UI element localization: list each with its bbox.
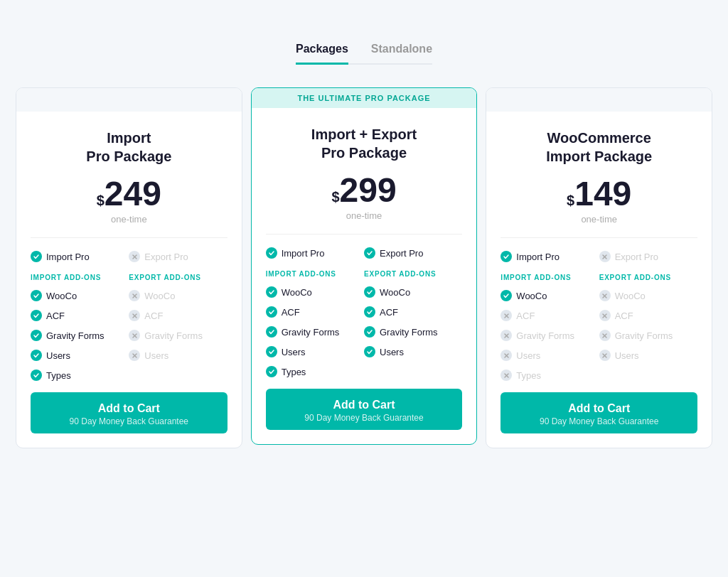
price-dollar: $ xyxy=(97,193,105,209)
feature-left: Users xyxy=(31,347,129,364)
btn-main-text: Add to Cart xyxy=(333,399,395,411)
check-icon xyxy=(364,286,375,298)
check-icon xyxy=(266,306,277,318)
export-label: EXPORT ADD-ONS xyxy=(129,268,227,284)
feature-left: ACF xyxy=(266,303,364,320)
x-icon xyxy=(599,330,611,341)
x-icon xyxy=(500,350,512,361)
feature-right: WooCo xyxy=(364,284,462,301)
x-icon xyxy=(500,330,512,341)
feature-pair: WooCo WooCo xyxy=(500,287,697,304)
card-title: ImportPro Package xyxy=(31,129,228,166)
card-body: WooCommerceImport Package $ 149 one-time… xyxy=(486,112,712,448)
feature-export-pro: Export Pro xyxy=(599,248,697,265)
card-import-pro: ImportPro Package $ 249 one-time Import … xyxy=(16,87,242,448)
check-icon xyxy=(31,370,42,381)
feature-import-pro: Import Pro xyxy=(266,244,364,261)
btn-sub-text: 90 Day Money Back Guarantee xyxy=(70,416,188,426)
x-icon xyxy=(129,290,140,301)
price-row: $ 149 xyxy=(500,177,697,211)
featured-badge: THE ULTIMATE PRO PACKAGE xyxy=(252,88,477,108)
feature-pair: Users Users xyxy=(266,343,463,360)
price-period: one-time xyxy=(500,214,697,225)
tab-standalone[interactable]: Standalone xyxy=(371,43,432,65)
feature-right: ACF xyxy=(364,303,462,320)
price-amount: 249 xyxy=(105,177,161,211)
top-features: Import Pro Export Pro xyxy=(31,248,228,265)
feature-right: Gravity Forms xyxy=(364,323,462,340)
price-row: $ 249 xyxy=(31,177,228,211)
section-labels: IMPORT ADD-ONS EXPORT ADD-ONS xyxy=(31,268,228,284)
check-icon xyxy=(364,306,375,318)
x-icon xyxy=(599,350,611,361)
feature-right: Gravity Forms xyxy=(599,327,697,344)
check-icon xyxy=(31,350,42,361)
add-to-cart-button[interactable]: Add to Cart 90 Day Money Back Guarantee xyxy=(500,392,697,433)
feature-left: Users xyxy=(266,343,364,360)
card-woocommerce-import: WooCommerceImport Package $ 149 one-time… xyxy=(486,87,712,448)
x-icon xyxy=(599,251,611,262)
feature-right: Users xyxy=(364,343,462,360)
check-icon xyxy=(31,310,42,321)
feature-right: WooCo xyxy=(129,287,227,304)
feature-pair: WooCo WooCo xyxy=(266,284,463,301)
card-title: WooCommerceImport Package xyxy=(500,129,697,166)
feature-pair: Gravity Forms Gravity Forms xyxy=(266,323,463,340)
feature-pair: Users Users xyxy=(31,347,228,364)
x-icon xyxy=(500,370,512,381)
import-label: IMPORT ADD-ONS xyxy=(266,264,364,281)
add-to-cart-button[interactable]: Add to Cart 90 Day Money Back Guarantee xyxy=(266,389,463,430)
check-icon xyxy=(266,247,277,259)
check-icon xyxy=(500,290,512,301)
feature-left: Gravity Forms xyxy=(500,327,599,344)
feature-import-pro: Import Pro xyxy=(31,248,129,265)
tabs-container: Packages Standalone xyxy=(296,43,432,65)
card-body: ImportPro Package $ 249 one-time Import … xyxy=(16,112,242,448)
feature-import-pro: Import Pro xyxy=(500,248,599,265)
x-icon xyxy=(129,350,140,361)
add-to-cart-button[interactable]: Add to Cart 90 Day Money Back Guarantee xyxy=(31,392,228,433)
feature-right: WooCo xyxy=(599,287,697,304)
feature-right: Users xyxy=(129,347,227,364)
top-features: Import Pro Export Pro xyxy=(500,248,697,265)
feature-pair: Users Users xyxy=(500,347,697,364)
card-import-export-pro: THE ULTIMATE PRO PACKAGE Import + Export… xyxy=(251,87,478,445)
btn-sub-text: 90 Day Money Back Guarantee xyxy=(304,413,423,423)
feature-pair: WooCo WooCo xyxy=(31,287,228,304)
feature-left: WooCo xyxy=(31,287,129,304)
section-labels: IMPORT ADD-ONS EXPORT ADD-ONS xyxy=(266,264,463,281)
price-dollar: $ xyxy=(331,189,339,205)
price-row: $ 299 xyxy=(266,173,463,207)
check-icon xyxy=(31,330,42,341)
check-icon xyxy=(364,326,375,338)
check-icon xyxy=(266,286,277,298)
feature-left: Gravity Forms xyxy=(31,327,129,344)
btn-main-text: Add to Cart xyxy=(98,402,160,415)
x-icon xyxy=(129,330,140,341)
check-icon xyxy=(364,247,375,259)
check-icon xyxy=(266,326,277,338)
check-icon xyxy=(31,290,42,301)
card-title: Import + ExportPro Package xyxy=(266,125,463,162)
check-icon xyxy=(500,251,512,262)
top-features: Import Pro Export Pro xyxy=(266,244,463,261)
feature-left: ACF xyxy=(31,307,129,324)
price-period: one-time xyxy=(31,214,228,225)
check-icon xyxy=(266,366,277,377)
feature-left: ACF xyxy=(500,307,599,324)
feature-single: Types xyxy=(266,363,463,380)
tab-packages[interactable]: Packages xyxy=(296,43,348,65)
card-body: Import + ExportPro Package $ 299 one-tim… xyxy=(252,108,477,444)
feature-pair: ACF ACF xyxy=(500,307,697,324)
export-label: EXPORT ADD-ONS xyxy=(599,268,697,284)
price-dollar: $ xyxy=(567,193,574,209)
feature-export-pro: Export Pro xyxy=(364,244,462,261)
price-period: one-time xyxy=(266,210,463,221)
feature-right: ACF xyxy=(129,307,227,324)
check-icon xyxy=(364,346,375,357)
import-label: IMPORT ADD-ONS xyxy=(500,268,599,284)
feature-pair: ACF ACF xyxy=(266,303,463,320)
feature-single: Types xyxy=(500,367,697,384)
import-label: IMPORT ADD-ONS xyxy=(31,268,129,284)
feature-left: Gravity Forms xyxy=(266,323,364,340)
